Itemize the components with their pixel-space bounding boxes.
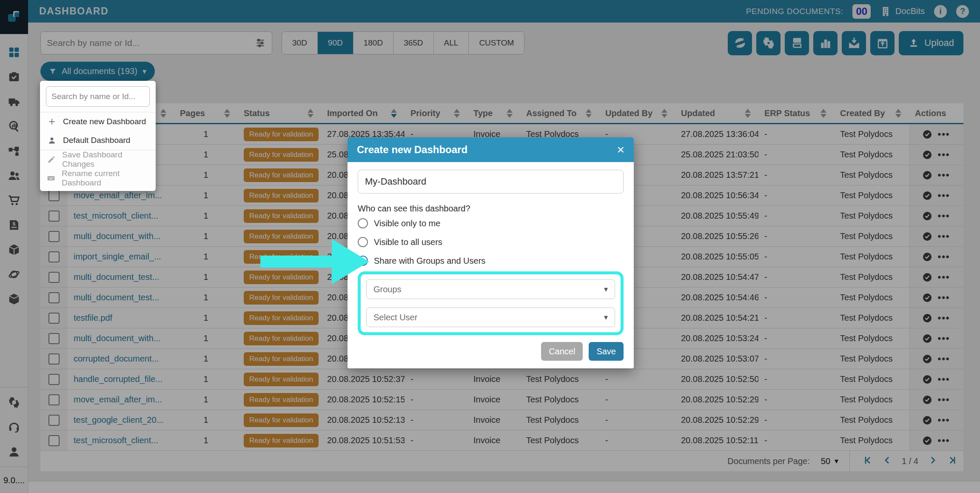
groups-select[interactable]: Groups ▾	[366, 279, 615, 299]
menu-item-create-new-dashboard[interactable]: Create new Dashboard	[40, 112, 156, 131]
menu-item-label: Default Dashboard	[63, 136, 130, 145]
keyboard-icon	[47, 174, 56, 182]
plus-icon	[47, 117, 57, 126]
user-select[interactable]: Select User ▾	[366, 308, 615, 327]
menu-item-label: Create new Dashboard	[63, 117, 146, 126]
chevron-down-icon: ▾	[604, 285, 608, 294]
radio-option-visible-only-to-me[interactable]: Visible only to me	[358, 214, 624, 232]
radio-option-visible-to-all-users[interactable]: Visible to all users	[358, 233, 624, 251]
user-select-placeholder: Select User	[373, 313, 417, 322]
menu-item-save-dashboard-changes[interactable]: Save Dashboard Changes	[40, 150, 156, 169]
chevron-down-icon: ▾	[604, 313, 608, 322]
menu-item-label: Rename current Dashboard	[62, 169, 149, 188]
dashboard-menu: Create new DashboardDefault DashboardSav…	[40, 81, 156, 191]
radio-label: Visible to all users	[374, 237, 442, 247]
menu-item-default-dashboard[interactable]: Default Dashboard	[40, 131, 156, 150]
modal-header: Create new Dashboard ×	[348, 137, 634, 162]
cancel-button[interactable]: Cancel	[541, 342, 583, 361]
radio-label: Visible only to me	[374, 219, 440, 228]
radio-label: Share with Groups and Users	[374, 256, 485, 266]
radio-option-share-with-groups-and-users[interactable]: Share with Groups and Users	[358, 252, 624, 270]
menu-item-label: Save Dashboard Changes	[62, 150, 149, 169]
groups-select-placeholder: Groups	[373, 285, 402, 294]
modal-title: Create new Dashboard	[357, 144, 467, 156]
person-icon	[47, 136, 57, 145]
pencil-icon	[47, 155, 56, 164]
dashboard-menu-search-box	[46, 86, 150, 107]
annotation-highlight-box: Groups ▾ Select User ▾	[358, 271, 624, 335]
radio-icon[interactable]	[358, 218, 368, 228]
annotation-arrow-icon	[260, 236, 370, 288]
menu-item-rename-current-dashboard[interactable]: Rename current Dashboard	[40, 169, 156, 188]
dashboard-name-input[interactable]	[358, 170, 624, 194]
dashboard-menu-search-input[interactable]	[51, 92, 144, 101]
close-icon[interactable]: ×	[617, 143, 624, 156]
create-dashboard-modal: Create new Dashboard × Who can see this …	[348, 137, 634, 368]
save-button[interactable]: Save	[589, 342, 624, 361]
visibility-question-label: Who can see this dashboard?	[358, 204, 624, 214]
